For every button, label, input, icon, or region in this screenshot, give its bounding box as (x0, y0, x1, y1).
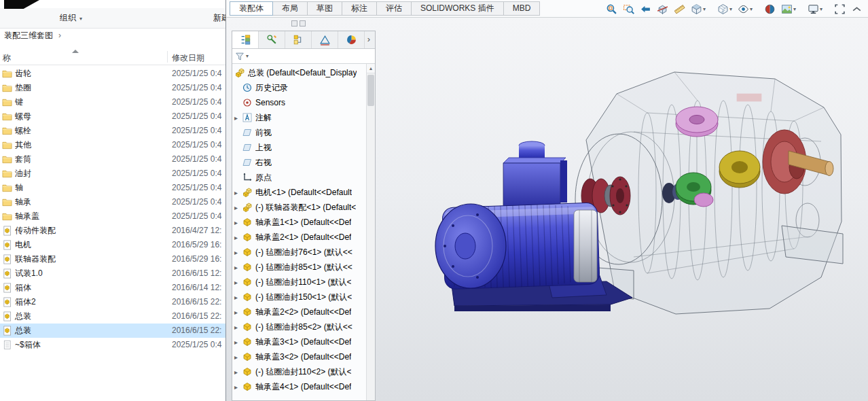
file-row[interactable]: 轴承盖 2025/1/25 0:4 (0, 209, 225, 224)
expand-arrow-icon[interactable] (234, 309, 242, 316)
file-row[interactable]: 试装1.0 2016/6/15 12: (0, 266, 225, 281)
tree-item-icon (242, 112, 253, 123)
featuremanager-tab[interactable] (232, 31, 259, 48)
tree-root-label: 总装 (Default<Default_Display (248, 67, 357, 79)
edit-appearance-icon[interactable] (763, 1, 777, 16)
tree-item[interactable]: Sensors (232, 95, 375, 110)
tree-item[interactable]: (-) 毡圈油封85<1> (默认<< (232, 260, 375, 275)
view-settings-icon[interactable] (806, 1, 824, 16)
tree-items: 历史记录 Sensors 注解 (232, 80, 375, 394)
tree-item[interactable]: 前视 (232, 125, 375, 140)
propertymanager-tab[interactable] (259, 31, 285, 48)
file-row[interactable]: 联轴器装配 2016/5/29 16: (0, 252, 225, 266)
display-style-icon[interactable] (716, 1, 734, 16)
tree-item[interactable]: (-) 毡圈油封110<1> (默认< (232, 275, 375, 290)
previous-view-icon[interactable] (638, 1, 653, 16)
scroll-up-icon[interactable] (367, 64, 375, 73)
tree-item[interactable]: 历史记录 (232, 80, 375, 95)
measure-icon[interactable] (672, 1, 687, 16)
file-row[interactable]: 油封 2025/1/25 0:4 (0, 167, 225, 181)
filter-bar[interactable] (232, 49, 375, 64)
flyout-featuremanager-icon[interactable] (291, 20, 297, 27)
command-tab[interactable]: SOLIDWORKS 插件 (411, 1, 504, 16)
collapse-toolbar-icon[interactable] (850, 1, 864, 16)
expand-arrow-icon[interactable] (234, 279, 242, 286)
file-row[interactable]: 齿轮 2025/1/25 0:4 (0, 67, 225, 81)
expand-arrow-icon[interactable] (234, 294, 242, 301)
tree-item[interactable]: 轴承盖3<1> (Default<<Def (232, 334, 375, 349)
tree-item[interactable]: (-) 毡圈油封150<1> (默认< (232, 290, 375, 304)
panel-expand-icon[interactable] (363, 34, 374, 44)
section-view-icon[interactable] (655, 1, 670, 16)
tree-item[interactable]: 右视 (232, 155, 375, 170)
expand-arrow-icon[interactable] (234, 324, 242, 331)
file-row[interactable]: 轴承 2025/1/25 0:4 (0, 195, 225, 209)
tree-item[interactable]: (-) 毡圈油封85<2> (默认<< (232, 319, 375, 334)
name-column-header[interactable]: 称 (3, 52, 11, 64)
file-row[interactable]: 垫圈 2025/1/25 0:4 (0, 81, 225, 95)
displaymanager-tab[interactable] (338, 31, 365, 48)
tree-item[interactable]: 轴承盖2<1> (Default<<Def (232, 230, 375, 245)
file-row[interactable]: 套筒 2025/1/25 0:4 (0, 152, 225, 167)
expand-arrow-icon[interactable] (234, 204, 242, 211)
file-row[interactable]: 其他 2025/1/25 0:4 (0, 138, 225, 152)
file-row[interactable]: ~$箱体 2025/1/25 0:4 (0, 338, 225, 352)
expand-arrow-icon[interactable] (234, 114, 242, 122)
expand-arrow-icon[interactable] (234, 234, 242, 241)
flyout-display-pane-icon[interactable] (300, 20, 306, 27)
column-headers: 称 修改日期 (0, 49, 225, 65)
command-tab[interactable]: 装配体 (230, 1, 273, 16)
tree-item[interactable]: 电机<1> (Default<<Default (232, 185, 375, 200)
configurationmanager-tab[interactable] (285, 31, 312, 48)
tree-root-item[interactable]: 总装 (Default<Default_Display (232, 65, 375, 80)
command-tab[interactable]: 评估 (376, 1, 412, 16)
scroll-thumb[interactable] (367, 75, 374, 106)
tree-item[interactable]: 轴承盖1<1> (Default<<Def (232, 215, 375, 230)
file-row[interactable]: 电机 2016/5/29 16: (0, 238, 225, 252)
column-divider[interactable] (167, 51, 168, 63)
file-row[interactable]: 传动件装配 2016/4/27 12: (0, 224, 225, 238)
file-row[interactable]: 总装 2016/6/15 22: (0, 324, 225, 338)
tree-item[interactable]: 轴承盖3<2> (Default<<Def (232, 349, 375, 364)
hide-show-items-icon[interactable] (736, 1, 754, 16)
organize-button[interactable]: 组织 (60, 12, 82, 24)
tree-item[interactable]: (-) 毡圈油封76<1> (默认<< (232, 245, 375, 260)
command-tab[interactable]: 草图 (307, 1, 342, 16)
dimxpertmanager-tab[interactable] (312, 31, 338, 48)
command-tab[interactable]: 布局 (272, 1, 308, 16)
full-screen-icon[interactable] (833, 1, 847, 16)
apply-scene-icon[interactable] (780, 1, 797, 16)
expand-arrow-icon[interactable] (234, 219, 242, 226)
tree-item[interactable]: 注解 (232, 110, 375, 125)
breadcrumb[interactable]: 装配三维套图 (0, 29, 225, 42)
zoom-to-area-icon[interactable] (621, 1, 636, 16)
file-row[interactable]: 螺母 2025/1/25 0:4 (0, 109, 225, 124)
file-row[interactable]: 箱体2 2016/6/15 22: (0, 295, 225, 309)
tree-scrollbar[interactable] (366, 64, 375, 400)
tree-item[interactable]: 轴承盖4<1> (Default<<Def (232, 379, 375, 394)
command-tab[interactable]: MBD (503, 1, 541, 16)
date-column-header[interactable]: 修改日期 (172, 52, 204, 64)
expand-arrow-icon[interactable] (234, 368, 242, 376)
new-button[interactable]: 新建 (213, 12, 227, 24)
file-row[interactable]: 总装 2016/6/15 22: (0, 309, 225, 324)
tree-item[interactable]: 原点 (232, 170, 375, 185)
expand-arrow-icon[interactable] (234, 264, 242, 271)
expand-arrow-icon[interactable] (234, 189, 242, 196)
expand-arrow-icon[interactable] (234, 338, 242, 346)
command-tab[interactable]: 标注 (342, 1, 377, 16)
expand-arrow-icon[interactable] (234, 383, 242, 391)
expand-arrow-icon[interactable] (234, 249, 242, 256)
file-date: 2025/1/25 0:4 (172, 124, 221, 138)
view-orientation-icon[interactable] (689, 1, 707, 16)
file-row[interactable]: 键 2025/1/25 0:4 (0, 95, 225, 109)
zoom-to-fit-icon[interactable] (604, 1, 619, 16)
tree-item[interactable]: 轴承盖2<2> (Default<<Def (232, 304, 375, 319)
tree-item[interactable]: (-) 毡圈油封110<2> (默认< (232, 364, 375, 379)
file-row[interactable]: 箱体 2016/6/14 12: (0, 281, 225, 295)
tree-item[interactable]: 上视 (232, 140, 375, 155)
file-row[interactable]: 轴 2025/1/25 0:4 (0, 181, 225, 195)
file-row[interactable]: 螺栓 2025/1/25 0:4 (0, 124, 225, 138)
expand-arrow-icon[interactable] (234, 353, 242, 361)
tree-item[interactable]: (-) 联轴器装配<1> (Default< (232, 200, 375, 215)
